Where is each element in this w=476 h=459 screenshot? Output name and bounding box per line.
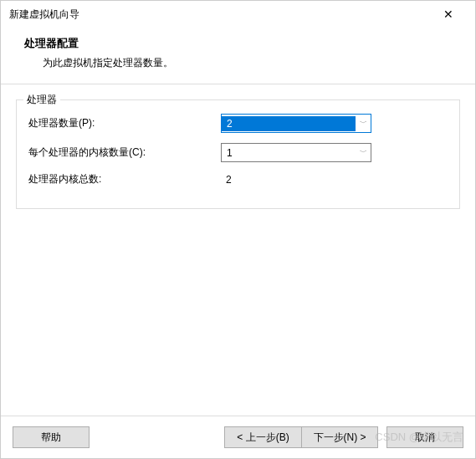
total-label: 处理器内核总数: xyxy=(28,172,221,186)
nav-button-group: < 上一步(B) 下一步(N) > xyxy=(224,426,378,448)
processors-combo[interactable]: 2 ﹀ xyxy=(221,114,371,133)
close-icon: ✕ xyxy=(443,8,453,21)
page-title: 处理器配置 xyxy=(24,36,452,51)
total-value: 2 xyxy=(221,174,232,186)
page-subtitle: 为此虚拟机指定处理器数量。 xyxy=(43,56,452,70)
window-title: 新建虚拟机向导 xyxy=(9,8,79,22)
processor-groupbox: 处理器 处理器数量(P): 2 ﹀ 每个处理器的内核数量(C): 1 ﹀ 处理器… xyxy=(16,99,460,209)
groupbox-label: 处理器 xyxy=(23,93,60,107)
cores-value: 1 xyxy=(222,145,356,161)
chevron-down-icon: ﹀ xyxy=(356,115,371,132)
cores-label: 每个处理器的内核数量(C): xyxy=(28,145,221,160)
processors-label: 处理器数量(P): xyxy=(28,116,221,130)
cores-combo[interactable]: 1 ﹀ xyxy=(221,143,371,162)
processors-value: 2 xyxy=(222,116,356,131)
help-button[interactable]: 帮助 xyxy=(13,426,90,448)
total-row: 处理器内核总数: 2 xyxy=(28,172,448,186)
cancel-button[interactable]: 取消 xyxy=(386,426,463,448)
next-button[interactable]: 下一步(N) > xyxy=(301,426,378,448)
cores-row: 每个处理器的内核数量(C): 1 ﹀ xyxy=(28,143,448,162)
content-area: 处理器 处理器数量(P): 2 ﹀ 每个处理器的内核数量(C): 1 ﹀ 处理器… xyxy=(1,84,475,209)
wizard-header: 处理器配置 为此虚拟机指定处理器数量。 xyxy=(1,28,475,84)
back-button[interactable]: < 上一步(B) xyxy=(224,426,301,448)
close-button[interactable]: ✕ xyxy=(432,3,465,26)
titlebar: 新建虚拟机向导 ✕ xyxy=(1,1,475,28)
wizard-footer: 帮助 < 上一步(B) 下一步(N) > 取消 xyxy=(1,416,475,458)
processors-row: 处理器数量(P): 2 ﹀ xyxy=(28,114,448,133)
chevron-down-icon: ﹀ xyxy=(356,144,371,161)
